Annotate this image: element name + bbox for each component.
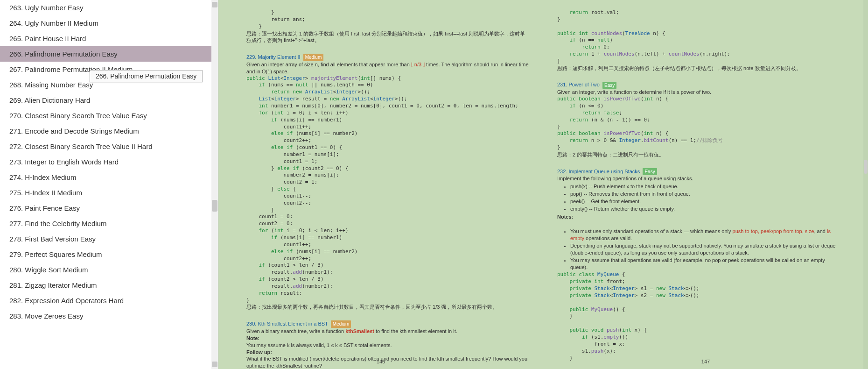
toc-item[interactable]: 272. Closest Binary Search Tree Value II…: [0, 139, 218, 154]
explanation-text: 思路：递归求解，利用二叉搜索树的特点（左子树结点都小于根结点），每次根据 not…: [557, 65, 840, 72]
notes-label: Notes:: [557, 213, 840, 220]
toc-item[interactable]: 264. Ugly Number II Medium: [0, 15, 218, 31]
page-number: 147: [701, 358, 710, 365]
toc-item[interactable]: 274. H-Index Medium: [0, 170, 218, 185]
toc-item[interactable]: 270. Closest Binary Search Tree Value Ea…: [0, 108, 218, 123]
toc-item[interactable]: 269. Alien Dictionary Hard: [0, 92, 218, 108]
list-item: Depending on your language, stack may no…: [570, 242, 840, 256]
list-item: You must use only standard operations of…: [570, 228, 840, 242]
content-scrollbar[interactable]: [863, 0, 868, 369]
difficulty-badge: Easy: [643, 168, 657, 176]
problem-desc: What if the BST is modified (insert/dele…: [246, 355, 529, 369]
list-item: push(x) -- Push element x to the back of…: [570, 183, 840, 190]
explanation-text: 思路：逐一找出相差为 1 的数字子数组（使用 first, last 分别记录起…: [246, 30, 529, 44]
ops-list: push(x) -- Push element x to the back of…: [570, 183, 840, 212]
scroll-up-icon[interactable]: [212, 2, 217, 7]
problem-desc: Given an integer, write a function to de…: [557, 89, 840, 96]
list-item: empty() -- Return whether the queue is e…: [570, 206, 840, 213]
sidebar-scrollbar[interactable]: [211, 0, 218, 369]
toc-item[interactable]: 281. Zigzag Iterator Medium: [0, 277, 218, 293]
content-scroll-thumb[interactable]: [864, 160, 868, 174]
toc-sidebar: 263. Ugly Number Easy264. Ugly Number II…: [0, 0, 218, 369]
notes-list: You must use only standard operations of…: [570, 228, 840, 270]
toc-item[interactable]: 271. Encode and Decode Strings Medium: [0, 123, 218, 139]
toc-item[interactable]: 276. Paint Fence Easy: [0, 200, 218, 216]
problem-desc: Given an integer array of size n, find a…: [246, 61, 529, 75]
toc-item[interactable]: 279. Perfect Squares Medium: [0, 247, 218, 262]
code-block: return root.val; } public int countNodes…: [557, 9, 840, 65]
code-block: } return ans; }: [246, 9, 529, 30]
problem-heading-231: 231. Power of Two Easy: [557, 81, 840, 89]
explanation-text: 思路：2 的幂共同特点：二进制只有一位有值。: [557, 151, 840, 158]
list-item: pop() -- Removes the element from in fro…: [570, 191, 840, 198]
note-label: Note:: [246, 335, 529, 342]
toc-tooltip: 266. Palindrome Permutation Easy: [90, 70, 203, 82]
toc-item[interactable]: 273. Integer to English Words Hard: [0, 154, 218, 170]
toc-item[interactable]: 283. Move Zeroes Easy: [0, 308, 218, 324]
page-number: 146: [377, 358, 385, 365]
page-left: } return ans; } 思路：逐一找出相差为 1 的数字子数组（使用 f…: [218, 0, 543, 369]
toc-item[interactable]: 278. First Bad Version Easy: [0, 231, 218, 247]
page-right: return root.val; } public int countNodes…: [543, 0, 868, 369]
followup-label: Follow up:: [246, 349, 529, 356]
scroll-down-icon[interactable]: [212, 362, 217, 367]
problem-heading-229: 229. Majority Element II Medium: [246, 54, 529, 61]
toc-item[interactable]: 275. H-Index II Medium: [0, 185, 218, 200]
code-block: public List<Integer> majorityElement(int…: [246, 75, 529, 304]
explanation-text: 思路：找出现最多的两个数，再各自统计其数目，看其是否符合条件，因为至少占 1/3…: [246, 304, 529, 311]
list-item: peek() -- Get the front element.: [570, 198, 840, 205]
sidebar-scroll-thumb[interactable]: [212, 200, 217, 212]
code-block: public class MyQueue { private int front…: [557, 271, 840, 369]
problem-desc: Given a binary search tree, write a func…: [246, 328, 529, 335]
toc-item[interactable]: 266. Palindrome Permutation Easy: [0, 46, 218, 62]
difficulty-badge: Medium: [331, 320, 351, 328]
toc-item[interactable]: 282. Expression Add Operators Hard: [0, 293, 218, 308]
code-block: public boolean isPowerOfTwo(int n) { if …: [557, 96, 840, 151]
toc-item[interactable]: 277. Find the Celebrity Medium: [0, 216, 218, 231]
toc-item[interactable]: 263. Ugly Number Easy: [0, 0, 218, 15]
app-root: 263. Ugly Number Easy264. Ugly Number II…: [0, 0, 868, 369]
list-item: You may assume that all operations are v…: [570, 257, 840, 271]
problem-heading-232: 232. Implement Queue using Stacks Easy: [557, 168, 840, 176]
toc-list: 263. Ugly Number Easy264. Ugly Number II…: [0, 0, 218, 369]
document-viewer: } return ans; } 思路：逐一找出相差为 1 的数字子数组（使用 f…: [218, 0, 868, 369]
problem-desc: You may assume k is always valid, 1 ≤ k …: [246, 342, 529, 349]
toc-item[interactable]: 280. Wiggle Sort Medium: [0, 262, 218, 277]
toc-item[interactable]: 265. Paint House II Hard: [0, 31, 218, 46]
problem-desc: Implement the following operations of a …: [557, 175, 840, 182]
difficulty-badge: Easy: [602, 82, 616, 89]
difficulty-badge: Medium: [303, 54, 324, 61]
problem-heading-230: 230. Kth Smallest Element in a BST Mediu…: [246, 320, 529, 328]
